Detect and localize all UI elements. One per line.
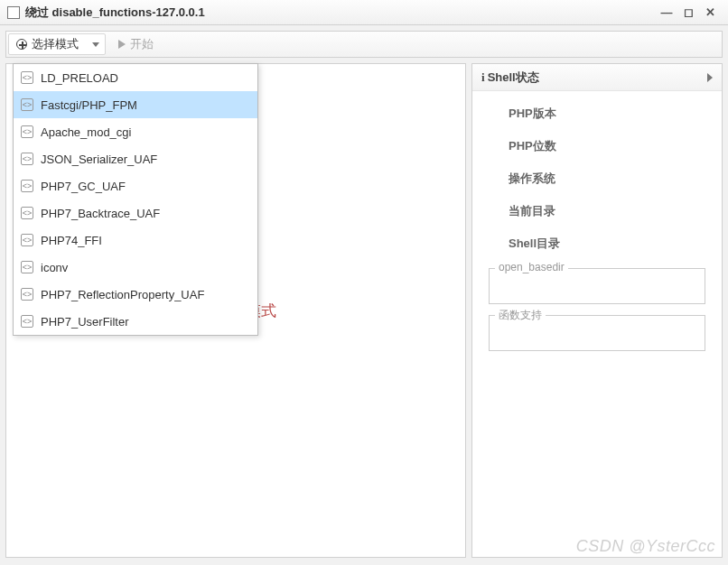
mode-dropdown-menu: <>LD_PRELOAD<>Fastcgi/PHP_FPM<>Apache_mo…	[13, 63, 258, 336]
dropdown-item[interactable]: <>LD_PRELOAD	[14, 64, 257, 91]
caret-down-icon	[92, 42, 99, 47]
minimize-button[interactable]: —	[656, 5, 677, 19]
toolbar-group: 选择模式	[8, 33, 106, 55]
info-icon: i	[481, 70, 485, 84]
fieldset-legend: 函数支持	[495, 308, 546, 323]
right-panel-body: PHP版本 PHP位数 操作系统 当前目录 Shell目录 open_based…	[472, 91, 722, 376]
code-icon: <>	[21, 207, 33, 219]
info-row: Shell目录	[483, 236, 711, 252]
open-basedir-fieldset: open_basedir	[489, 268, 705, 304]
mode-dropdown-toggle[interactable]	[87, 33, 105, 55]
dropdown-item-label: PHP7_Backtrace_UAF	[41, 207, 160, 220]
dropdown-item[interactable]: <>iconv	[14, 254, 257, 281]
dropdown-item[interactable]: <>PHP7_ReflectionProperty_UAF	[14, 281, 257, 308]
dropdown-item-label: PHP7_UserFilter	[41, 315, 129, 329]
app-icon	[7, 6, 20, 19]
code-icon: <>	[21, 153, 33, 165]
select-mode-label: 选择模式	[32, 36, 79, 52]
plus-icon	[16, 39, 27, 50]
info-row: PHP版本	[483, 106, 711, 122]
code-icon: <>	[21, 315, 33, 328]
dropdown-item[interactable]: <>PHP74_FFI	[14, 227, 257, 254]
watermark: CSDN @YsterCcc	[576, 537, 715, 556]
dropdown-item-label: Fastcgi/PHP_FPM	[41, 98, 137, 112]
maximize-button[interactable]: ◻	[677, 5, 699, 19]
window-titlebar: 绕过 disable_functions-127.0.0.1 — ◻ ✕	[0, 0, 728, 25]
toolbar: 选择模式 开始	[5, 31, 723, 58]
code-icon: <>	[21, 288, 33, 301]
info-row: 当前目录	[483, 203, 711, 219]
dropdown-item-label: Apache_mod_cgi	[41, 125, 131, 139]
dropdown-item[interactable]: <>PHP7_UserFilter	[14, 308, 257, 335]
fieldset-legend: open_basedir	[495, 261, 568, 273]
right-panel: iShell状态 PHP版本 PHP位数 操作系统 当前目录 Shell目录 o…	[471, 63, 723, 558]
start-button[interactable]: 开始	[111, 33, 161, 55]
dropdown-item-label: PHP7_ReflectionProperty_UAF	[41, 288, 204, 301]
chevron-right-icon	[707, 73, 713, 82]
code-icon: <>	[21, 71, 33, 84]
close-button[interactable]: ✕	[699, 5, 721, 19]
window-title: 绕过 disable_functions-127.0.0.1	[25, 5, 205, 21]
info-row: PHP位数	[483, 138, 711, 154]
code-icon: <>	[21, 234, 33, 246]
dropdown-item[interactable]: <>PHP7_Backtrace_UAF	[14, 199, 257, 227]
dropdown-item-label: PHP7_GC_UAF	[41, 180, 126, 193]
func-support-fieldset: 函数支持	[489, 315, 705, 351]
right-panel-header[interactable]: iShell状态	[472, 64, 722, 91]
dropdown-item-label: JSON_Serializer_UAF	[41, 153, 157, 166]
shell-status-title: iShell状态	[481, 69, 539, 86]
play-icon	[118, 40, 126, 49]
start-label: 开始	[130, 36, 154, 52]
info-row: 操作系统	[483, 171, 711, 187]
dropdown-item-label: PHP74_FFI	[41, 234, 102, 247]
dropdown-item[interactable]: <>Apache_mod_cgi	[14, 118, 257, 145]
dropdown-item-label: LD_PRELOAD	[41, 71, 118, 85]
code-icon: <>	[21, 180, 33, 192]
code-icon: <>	[21, 125, 33, 138]
dropdown-item[interactable]: <>Fastcgi/PHP_FPM	[14, 91, 257, 118]
dropdown-item[interactable]: <>JSON_Serializer_UAF	[14, 145, 257, 172]
select-mode-button[interactable]: 选择模式	[9, 33, 86, 55]
code-icon: <>	[21, 261, 33, 273]
dropdown-item[interactable]: <>PHP7_GC_UAF	[14, 172, 257, 199]
code-icon: <>	[21, 98, 33, 111]
dropdown-item-label: iconv	[41, 261, 68, 274]
